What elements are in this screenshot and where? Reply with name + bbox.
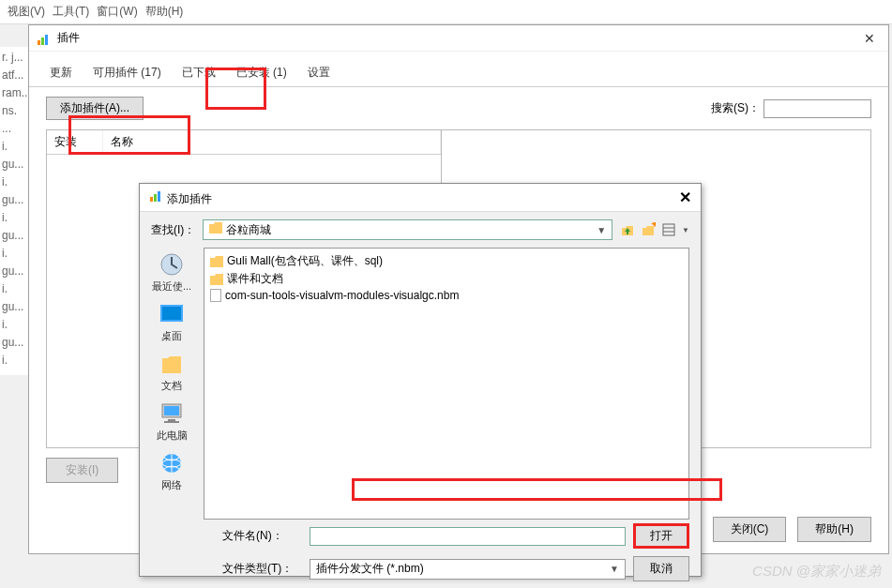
up-folder-icon[interactable] xyxy=(620,222,635,237)
menu-tools[interactable]: 工具(T) xyxy=(53,4,89,20)
tab-settings[interactable]: 设置 xyxy=(298,59,340,86)
list-item[interactable]: 课件和文档 xyxy=(208,270,685,288)
file-list[interactable]: Guli Mall(包含代码、课件、sql) 课件和文档 com-sun-too… xyxy=(204,248,689,520)
desktop-icon xyxy=(157,301,187,327)
add-plugin-button[interactable]: 添加插件(A)... xyxy=(46,97,144,120)
chevron-down-icon[interactable]: ▼ xyxy=(682,226,689,234)
lookin-label: 查找(I)： xyxy=(151,222,195,238)
svg-rect-5 xyxy=(158,191,160,202)
place-computer[interactable]: 此电脑 xyxy=(157,400,188,443)
place-desktop[interactable]: 桌面 xyxy=(157,301,187,343)
list-item[interactable]: com-sun-tools-visualvm-modules-visualgc.… xyxy=(208,288,685,303)
list-item[interactable]: Guli Mall(包含代码、课件、sql) xyxy=(208,252,685,270)
new-folder-icon[interactable]: ✦ xyxy=(641,222,656,237)
svg-rect-15 xyxy=(168,419,175,421)
visualvm-icon xyxy=(37,31,52,46)
watermark: CSDN @家家小迷弟 xyxy=(752,563,881,580)
plugins-title: 插件 xyxy=(57,30,80,46)
tabs-row: 更新 可用插件 (17) 已下载 已安装 (1) 设置 xyxy=(29,52,888,87)
filename-label: 文件名(N)： xyxy=(222,528,302,544)
place-network[interactable]: 网络 xyxy=(157,450,187,492)
chevron-down-icon: ▼ xyxy=(610,564,619,574)
background-text: r. j...atf...ram... ns. ...i. gu...i. gu… xyxy=(0,47,28,375)
tab-installed[interactable]: 已安装 (1) xyxy=(227,59,296,86)
toolbar: 添加插件(A)... 搜索(S)： xyxy=(29,87,888,129)
chevron-down-icon: ▼ xyxy=(597,225,606,235)
install-button[interactable]: 安装(I) xyxy=(46,458,118,483)
view-mode-icon[interactable] xyxy=(661,222,676,237)
svg-rect-0 xyxy=(38,40,40,45)
folder-icon xyxy=(210,256,223,267)
svg-rect-2 xyxy=(45,35,48,45)
svg-text:✦: ✦ xyxy=(650,222,656,231)
svg-rect-4 xyxy=(154,194,157,202)
file-dialog-title: 添加插件 xyxy=(167,192,212,205)
visualvm-icon xyxy=(149,188,164,203)
place-documents[interactable]: 文档 xyxy=(157,351,187,393)
menu-help[interactable]: 帮助(H) xyxy=(145,4,184,20)
tab-updates[interactable]: 更新 xyxy=(40,59,82,86)
file-icon xyxy=(210,289,221,302)
documents-icon xyxy=(157,351,187,377)
svg-rect-3 xyxy=(150,197,153,202)
network-icon xyxy=(157,450,187,476)
svg-rect-7 xyxy=(663,224,674,235)
menu-view[interactable]: 视图(V) xyxy=(8,4,45,20)
menubar: 视图(V) 工具(T) 窗口(W) 帮助(H) xyxy=(0,0,892,24)
folder-icon xyxy=(210,274,223,285)
svg-rect-1 xyxy=(41,38,44,45)
col-install[interactable]: 安装 xyxy=(47,130,103,154)
menu-window[interactable]: 窗口(W) xyxy=(97,4,137,20)
tab-available[interactable]: 可用插件 (17) xyxy=(83,59,171,86)
close-button[interactable]: 关闭(C) xyxy=(713,517,787,542)
recent-icon xyxy=(157,251,187,278)
search-input[interactable] xyxy=(763,99,871,118)
cancel-button[interactable]: 取消 xyxy=(633,556,689,581)
close-icon[interactable]: ✕ xyxy=(679,188,691,206)
file-open-dialog: 添加插件 ✕ 查找(I)： 谷粒商城 ▼ ✦ ▼ 最近使... xyxy=(139,183,702,577)
svg-rect-12 xyxy=(162,307,181,320)
search-label: 搜索(S)： xyxy=(711,100,760,116)
folder-icon xyxy=(209,222,222,234)
places-bar: 最近使... 桌面 文档 此电脑 网络 xyxy=(140,248,204,520)
filename-input[interactable] xyxy=(310,527,626,546)
lookin-dropdown[interactable]: 谷粒商城 ▼ xyxy=(203,219,612,240)
svg-rect-14 xyxy=(164,406,179,415)
filetype-dropdown[interactable]: 插件分发文件 (*.nbm) ▼ xyxy=(310,559,626,580)
tab-downloaded[interactable]: 已下载 xyxy=(173,59,225,86)
help-button[interactable]: 帮助(H) xyxy=(797,517,871,542)
filetype-label: 文件类型(T)： xyxy=(222,561,302,577)
file-dialog-titlebar: 添加插件 ✕ xyxy=(140,184,701,212)
open-button[interactable]: 打开 xyxy=(633,523,689,549)
col-name[interactable]: 名称 xyxy=(103,130,441,154)
svg-rect-16 xyxy=(164,421,179,423)
place-recent[interactable]: 最近使... xyxy=(152,251,191,294)
close-icon[interactable]: ✕ xyxy=(858,29,881,48)
plugins-titlebar: 插件 ✕ xyxy=(29,25,888,52)
computer-icon xyxy=(157,400,187,427)
